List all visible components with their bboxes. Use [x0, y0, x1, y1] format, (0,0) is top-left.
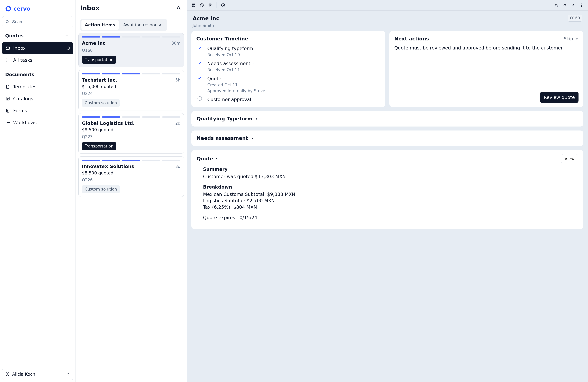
- list-search-button[interactable]: [175, 5, 182, 11]
- list-item[interactable]: Acme Inc30mQ160Transportation: [78, 33, 184, 67]
- summary-text: Customer was quoted $13,303 MXN: [203, 173, 578, 180]
- skip-button[interactable]: Skip: [564, 36, 579, 42]
- tab-awaiting-response[interactable]: Awaiting response: [120, 20, 166, 30]
- breakdown-line: Logistics Subtotal: $2,700 MXN: [203, 198, 578, 204]
- panel-next-actions: Next actions Skip Quote must be reviewed…: [389, 31, 583, 107]
- svg-point-5: [6, 60, 6, 60]
- caret-down-icon[interactable]: [215, 157, 218, 160]
- sidebar-item-label: All tasks: [13, 57, 32, 64]
- sidebar-item-templates[interactable]: Templates: [2, 81, 73, 93]
- timeline-step-title: Needs assessment: [207, 60, 380, 67]
- progress-segment: [122, 116, 140, 118]
- user-switcher[interactable]: Alicia Koch: [2, 369, 73, 380]
- card-quote-id: Q223: [82, 134, 180, 140]
- svg-point-14: [6, 375, 7, 376]
- sidebar-item-all-tasks[interactable]: All tasks: [2, 54, 73, 66]
- search-input[interactable]: [2, 16, 73, 27]
- chevron-double-right-icon: [574, 37, 579, 41]
- progress-segment: [162, 160, 180, 161]
- sidebar-item-label: Templates: [13, 84, 37, 90]
- svg-point-21: [581, 5, 582, 5]
- progress-segment: [142, 160, 160, 161]
- next-button[interactable]: [570, 2, 576, 9]
- sidebar-item-workflows[interactable]: Workflows: [2, 117, 73, 129]
- timeline-step-title: Quote: [207, 76, 380, 82]
- svg-point-13: [8, 373, 9, 373]
- progress-segment: [102, 116, 120, 118]
- timeline-step: Qualifying typeformReceived Oct 10: [196, 45, 380, 58]
- accordion-needs-assessment[interactable]: Needs assessment: [191, 130, 583, 146]
- workflow-icon: [5, 120, 10, 125]
- card-sub: $15,000 quoted: [82, 84, 180, 90]
- timeline-step-sub: Created Oct 11: [207, 82, 380, 88]
- timeline-step: Needs assessmentReceived Oct 11: [196, 60, 380, 73]
- list-item[interactable]: Techstart Inc.5h$15,000 quotedQ224Custom…: [78, 70, 184, 110]
- chevron-updown-icon: [66, 372, 70, 376]
- prev-button[interactable]: [561, 2, 568, 9]
- snooze-button[interactable]: [198, 2, 205, 9]
- view-quote-button[interactable]: View: [561, 154, 578, 163]
- list-title: Inbox: [80, 4, 99, 12]
- user-name: Alicia Koch: [12, 371, 35, 377]
- progress-segment: [142, 116, 160, 118]
- panel-timeline: Customer Timeline Qualifying typeformRec…: [191, 31, 385, 107]
- card-sub: $8,500 quoted: [82, 170, 180, 176]
- check-icon: [197, 60, 202, 65]
- catalog-icon: [5, 96, 10, 101]
- progress-segment: [102, 73, 120, 74]
- sidebar-item-label: Workflows: [13, 120, 37, 126]
- svg-point-11: [7, 374, 8, 375]
- card-company: Acme Inc: [82, 40, 105, 46]
- svg-point-20: [581, 4, 582, 4]
- archive-button[interactable]: [190, 2, 197, 9]
- card-quote-id: Q224: [82, 91, 180, 96]
- tab-action-items[interactable]: Action Items: [82, 20, 119, 30]
- list-icon: [5, 58, 10, 63]
- logo[interactable]: cervo: [2, 2, 73, 16]
- undo-button[interactable]: [553, 2, 560, 9]
- sidebar-item-catalogs[interactable]: Catalogs: [2, 93, 73, 105]
- chevron-down-icon: [223, 77, 226, 80]
- add-quote-button[interactable]: [63, 32, 70, 39]
- svg-point-2: [6, 21, 8, 23]
- sidebar-item-inbox[interactable]: Inbox 3: [2, 42, 73, 54]
- accordion-qualifying-typeform[interactable]: Qualifying Typeform: [191, 111, 583, 127]
- section-documents-label: Documents: [5, 71, 34, 78]
- next-actions-title: Next actions: [394, 35, 429, 42]
- breakdown-label: Breakdown: [203, 184, 578, 190]
- inbox-icon: [5, 46, 10, 51]
- timeline-step: QuoteCreated Oct 11Approved internally b…: [196, 76, 380, 94]
- progress-segment: [82, 160, 100, 161]
- section-documents-header: Documents: [2, 66, 73, 81]
- timeline-title: Customer Timeline: [196, 35, 248, 42]
- svg-point-9: [6, 122, 7, 123]
- clock-button[interactable]: [220, 2, 227, 9]
- progress-segment: [162, 36, 180, 38]
- open-circle-icon: [198, 96, 202, 101]
- timeline-step-sub: Approved internally by Steve: [207, 88, 380, 94]
- check-icon: [197, 45, 202, 50]
- progress-segment: [142, 36, 160, 38]
- breakdown-line: Mexican Customs Subtotal: $9,383 MXN: [203, 191, 578, 198]
- progress-segment: [82, 36, 100, 38]
- timeline-step-sub: Received Oct 11: [207, 67, 380, 73]
- check-icon: [197, 76, 202, 80]
- card-quote-id: Q226: [82, 177, 180, 183]
- detail-quote-id: Q160: [568, 15, 582, 21]
- sidebar-item-label: Forms: [13, 107, 27, 114]
- more-button[interactable]: [578, 2, 585, 9]
- sidebar-item-forms[interactable]: Forms: [2, 105, 73, 117]
- svg-point-6: [6, 61, 6, 62]
- card-company: Techstart Inc.: [82, 77, 117, 83]
- svg-point-16: [177, 7, 180, 9]
- progress-segment: [142, 73, 160, 74]
- svg-point-22: [581, 6, 582, 7]
- list-item[interactable]: InnovateX Solutions3d$8,500 quotedQ226Cu…: [78, 156, 184, 197]
- review-quote-button[interactable]: Review quote: [540, 92, 579, 103]
- breakdown-line: Tax (6.25%): $804 MXN: [203, 204, 578, 211]
- card-time: 30m: [171, 41, 180, 46]
- logo-icon: [5, 6, 11, 12]
- delete-button[interactable]: [207, 2, 213, 9]
- list-item[interactable]: Global Logistics Ltd.2d$8,500 quotedQ223…: [78, 113, 184, 154]
- svg-point-4: [6, 59, 6, 59]
